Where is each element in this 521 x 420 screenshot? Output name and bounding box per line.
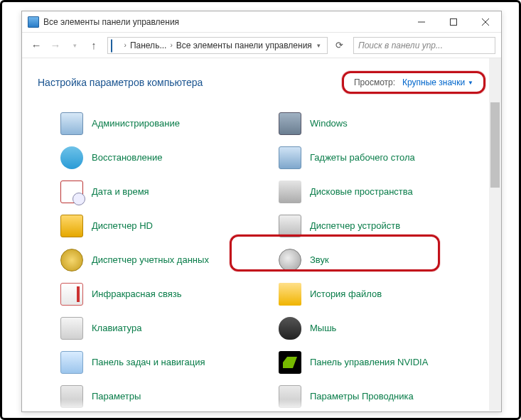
control-panel-window: Все элементы панели управления ← → ▾ ↑ ›… — [21, 11, 502, 412]
svg-rect-0 — [450, 18, 456, 25]
search-input[interactable] — [358, 41, 490, 50]
titlebar: Все элементы панели управления — [22, 11, 501, 33]
item-label: Диспетчер учетных данных — [92, 254, 209, 266]
item-label: Панель задач и навигация — [92, 357, 205, 368]
taskbar-icon — [59, 350, 85, 375]
recovery-icon — [59, 145, 85, 171]
nav-recent-dropdown[interactable]: ▾ — [66, 37, 83, 54]
item-administration[interactable]: Администрирование — [55, 107, 273, 141]
hd-icon — [59, 213, 85, 239]
explorer-icon — [277, 384, 303, 409]
administration-icon — [59, 111, 85, 136]
window-title: Все элементы панели управления — [43, 17, 405, 27]
item-parameters[interactable]: Параметры — [55, 379, 273, 411]
view-selector[interactable]: Просмотр: Крупные значки▼ — [342, 71, 485, 94]
gadgets-icon — [277, 145, 303, 171]
windows-icon — [277, 111, 303, 136]
item-sound[interactable]: Звук — [273, 243, 491, 277]
mouse-icon — [277, 316, 303, 341]
item-mouse[interactable]: Мышь — [273, 311, 491, 345]
keyboard-icon — [59, 316, 85, 341]
minimize-button[interactable] — [405, 11, 437, 32]
item-label: Параметры — [92, 391, 141, 402]
nav-back-button[interactable]: ← — [28, 37, 45, 54]
search-box[interactable] — [353, 37, 495, 54]
item-label: Windows — [310, 118, 348, 129]
item-taskbar[interactable]: Панель задач и навигация — [55, 345, 273, 379]
nvidia-icon — [277, 350, 303, 375]
credential-icon — [59, 247, 85, 273]
item-windows[interactable]: Windows — [273, 107, 491, 141]
refresh-button[interactable]: ⟳ — [331, 37, 347, 54]
item-label: Звук — [310, 254, 329, 266]
item-recovery[interactable]: Восстановление — [55, 141, 273, 175]
control-panel-icon — [111, 40, 120, 51]
item-label: Гаджеты рабочего стола — [310, 152, 415, 163]
view-label: Просмотр: — [354, 77, 395, 87]
item-infrared[interactable]: Инфракрасная связь — [55, 277, 273, 311]
breadcrumb-sep-icon: › — [168, 41, 173, 49]
item-label: Инфракрасная связь — [92, 289, 181, 300]
item-label: Мышь — [310, 323, 336, 334]
nav-up-button[interactable]: ↑ — [85, 37, 102, 54]
device-manager-icon — [277, 213, 303, 239]
item-device-manager[interactable]: Диспетчер устройств — [273, 209, 491, 243]
breadcrumb-item[interactable]: Панель... — [128, 41, 168, 50]
page-title: Настройка параметров компьютера — [38, 77, 342, 88]
nav-toolbar: ← → ▾ ↑ › Панель... › Все элементы панел… — [22, 33, 501, 58]
item-label: Восстановление — [92, 152, 162, 163]
item-file-history[interactable]: История файлов — [273, 277, 491, 311]
close-button[interactable] — [469, 11, 501, 32]
breadcrumb-item[interactable]: Все элементы панели управления — [174, 41, 314, 50]
item-storage-spaces[interactable]: Дисковые пространства — [273, 175, 491, 209]
storage-icon — [277, 179, 303, 205]
item-label: Параметры Проводника — [310, 391, 414, 402]
item-keyboard[interactable]: Клавиатура — [55, 311, 273, 345]
item-label: Дисковые пространства — [310, 186, 413, 198]
view-value[interactable]: Крупные значки▼ — [402, 77, 473, 87]
content-header: Настройка параметров компьютера Просмотр… — [22, 58, 501, 101]
item-label: Дата и время — [92, 186, 149, 198]
parameters-icon — [59, 384, 85, 409]
maximize-button[interactable] — [437, 11, 469, 32]
item-nvidia-panel[interactable]: Панель управления NVIDIA — [273, 345, 491, 379]
vertical-scrollbar[interactable] — [489, 58, 501, 411]
item-label: Диспетчер HD — [92, 220, 153, 232]
item-label: Администрирование — [92, 118, 180, 129]
content-area: Настройка параметров компьютера Просмотр… — [22, 58, 501, 411]
item-label: Панель управления NVIDIA — [310, 357, 428, 368]
address-bar[interactable]: › Панель... › Все элементы панели управл… — [107, 37, 328, 54]
caret-down-icon: ▼ — [468, 80, 473, 86]
window-controls — [405, 11, 501, 32]
item-explorer-params[interactable]: Параметры Проводника — [273, 379, 491, 411]
datetime-icon — [59, 179, 85, 205]
control-panel-icon — [28, 16, 39, 28]
item-label: Клавиатура — [92, 323, 141, 334]
item-desktop-gadgets[interactable]: Гаджеты рабочего стола — [273, 141, 491, 175]
scrollbar-thumb[interactable] — [490, 102, 500, 188]
history-icon — [277, 281, 303, 307]
item-credential-manager[interactable]: Диспетчер учетных данных — [55, 243, 273, 277]
address-dropdown-icon[interactable]: ▾ — [314, 42, 324, 49]
breadcrumb-sep-icon: › — [123, 41, 128, 49]
item-date-time[interactable]: Дата и время — [55, 175, 273, 209]
item-label: История файлов — [310, 289, 382, 300]
item-label: Диспетчер устройств — [310, 220, 400, 232]
infrared-icon — [59, 281, 85, 307]
item-hd-manager[interactable]: Диспетчер HD — [55, 209, 273, 243]
nav-forward-button[interactable]: → — [47, 37, 64, 54]
items-grid: Администрирование Windows Восстановление… — [22, 101, 501, 411]
sound-icon — [277, 247, 303, 273]
